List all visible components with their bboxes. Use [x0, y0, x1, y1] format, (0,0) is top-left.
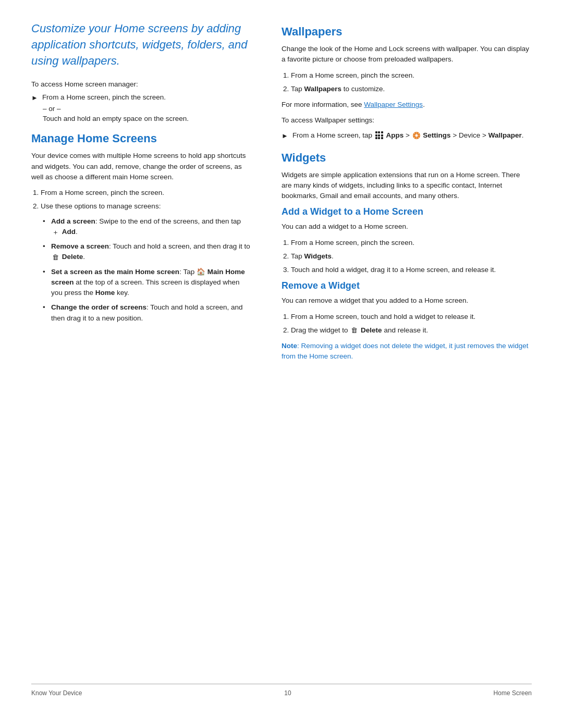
wallpapers-step2: Tap Wallpapers to customize. [291, 84, 532, 94]
add-widget-step2: Tap Widgets. [291, 251, 532, 262]
trash-icon-delete: 🗑 [351, 325, 358, 336]
bullet-add-screen-label: Add a screen [51, 217, 95, 225]
wallpaper-settings-link[interactable]: Wallpaper Settings [364, 101, 423, 108]
remove-widget-step2: Drag the widget to 🗑 Delete and release … [291, 325, 532, 336]
remove-widget-step1: From a Home screen, touch and hold a wid… [291, 312, 532, 322]
wallpapers-access-bullet: ► From a Home screen, tap Apps > [282, 131, 532, 140]
wallpapers-heading: Wallpapers [282, 25, 532, 39]
footer-right: Home Screen [494, 689, 532, 697]
bullet-add-screen: Add a screen: Swipe to the end of the sc… [43, 216, 250, 238]
bullet-set-main-screen: Set a screen as the main Home screen: Ta… [43, 267, 250, 299]
bullet-change-order-label: Change the order of screens [51, 303, 146, 311]
arrow-icon: ► [31, 94, 38, 102]
remove-widget-steps: From a Home screen, touch and hold a wid… [291, 312, 532, 336]
intro-bullet1: ► From a Home screen, pinch the screen. [31, 93, 250, 102]
remove-widget-note: Note: Removing a widget does not delete … [282, 341, 532, 362]
svg-line-8 [418, 133, 419, 134]
intro-heading: Customize your Home screens by adding ap… [31, 21, 250, 69]
wallpapers-more-info: For more information, see Wallpaper Sett… [282, 100, 532, 110]
bullet-remove-screen-label: Remove a screen [51, 242, 109, 250]
or-line: – or – [43, 105, 250, 113]
plus-icon: ＋ [52, 227, 59, 238]
widgets-para: Widgets are simple application extension… [282, 170, 532, 202]
add-widget-step3: Touch and hold a widget, drag it to a Ho… [291, 265, 532, 275]
intro-bullet1-text: From a Home screen, pinch the screen. [42, 93, 166, 101]
add-widget-heading: Add a Widget to a Home Screen [282, 206, 532, 217]
intro-access-text: To access Home screen manager: [31, 80, 250, 88]
home-icon: 🏠 [197, 268, 205, 276]
wallpapers-steps: From a Home screen, pinch the screen. Ta… [291, 70, 532, 95]
wallpapers-access-text: To access Wallpaper settings: [282, 115, 532, 126]
add-widget-para: You can add a widget to a Home screen. [282, 221, 532, 232]
apps-grid-icon [374, 131, 386, 139]
manage-home-screens-heading: Manage Home Screens [31, 132, 250, 145]
wallpapers-step1: From a Home screen, pinch the screen. [291, 70, 532, 81]
content-area: Customize your Home screens by adding ap… [31, 21, 532, 684]
manage-step-1: From a Home screen, pinch the screen. [41, 188, 250, 198]
manage-home-screens-para: Your device comes with multiple Home scr… [31, 151, 250, 182]
footer: Know Your Device 10 Home Screen [31, 684, 532, 697]
wallpapers-para: Change the look of the Home and Lock scr… [282, 44, 532, 65]
manage-bullets: Add a screen: Swipe to the end of the sc… [43, 216, 250, 324]
widgets-heading: Widgets [282, 151, 532, 165]
touch-hold-text: Touch and hold an empty space on the scr… [43, 115, 250, 122]
left-column: Customize your Home screens by adding ap… [31, 21, 276, 684]
page: Customize your Home screens by adding ap… [0, 0, 563, 728]
add-widget-step1: From a Home screen, pinch the screen. [291, 238, 532, 248]
arrow-icon-wallpaper: ► [282, 132, 288, 140]
manage-step-2: Use these options to manage screens: Add… [41, 201, 250, 324]
svg-line-7 [418, 137, 419, 138]
manage-steps-list: From a Home screen, pinch the screen. Us… [41, 188, 250, 324]
svg-point-1 [415, 134, 418, 137]
remove-widget-para: You can remove a widget that you added t… [282, 295, 532, 306]
bullet-remove-screen: Remove a screen: Touch and hold a screen… [43, 241, 250, 263]
bullet-set-main-label: Set a screen as the main Home screen [51, 268, 179, 276]
bullet-change-order: Change the order of screens: Touch and h… [43, 302, 250, 324]
remove-widget-heading: Remove a Widget [282, 280, 532, 291]
right-column: Wallpapers Change the look of the Home a… [276, 21, 532, 684]
footer-center: 10 [284, 689, 291, 697]
svg-line-9 [414, 137, 414, 138]
add-widget-steps: From a Home screen, pinch the screen. Ta… [291, 238, 532, 276]
svg-line-6 [414, 133, 414, 134]
trash-icon-remove: 🗑 [52, 252, 59, 263]
settings-gear-icon [413, 132, 420, 139]
footer-left: Know Your Device [31, 689, 82, 697]
